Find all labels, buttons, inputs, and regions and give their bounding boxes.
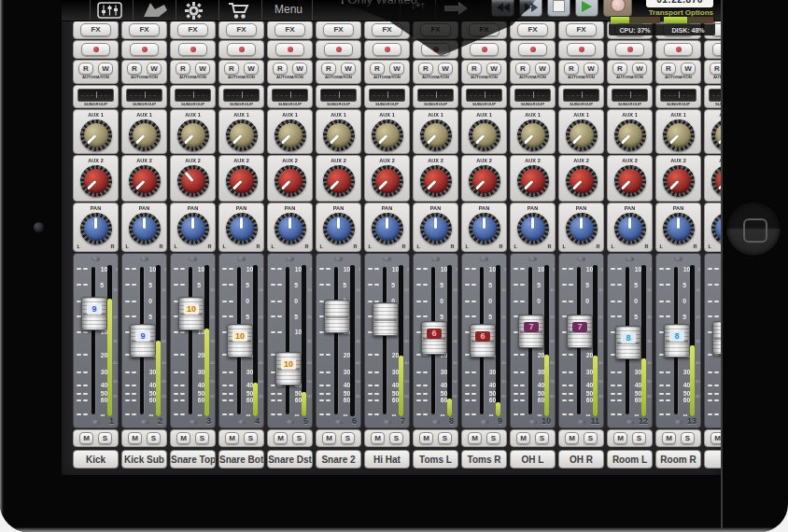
mute-button[interactable]: M — [176, 432, 190, 444]
channel-name[interactable]: Toms R — [461, 450, 507, 469]
record-arm-button[interactable] — [130, 43, 159, 56]
solo-button[interactable]: S — [147, 432, 161, 444]
record-arm-button[interactable] — [518, 43, 547, 56]
fx-button[interactable]: FX — [274, 23, 305, 36]
automation-write-button[interactable]: W — [341, 63, 356, 75]
automation-read-button[interactable]: R — [370, 63, 385, 75]
automation-read-button[interactable]: R — [176, 63, 190, 75]
aux2-knob[interactable] — [711, 165, 722, 197]
automation-write-button[interactable]: W — [147, 63, 162, 75]
aux2-knob[interactable] — [517, 165, 549, 197]
fader-handle[interactable]: 8 — [615, 326, 641, 359]
aux1-knob[interactable] — [177, 119, 209, 151]
channel-name[interactable]: Snare Bot — [218, 450, 264, 469]
aux1-knob[interactable] — [80, 119, 112, 151]
mute-button[interactable]: M — [225, 432, 239, 444]
stop-button[interactable] — [547, 0, 570, 17]
channel-name[interactable]: Kick Sub — [121, 450, 167, 469]
aux2-knob[interactable] — [129, 165, 161, 197]
aux1-knob[interactable] — [711, 119, 722, 151]
fader-handle[interactable]: 6 — [421, 321, 447, 355]
automation-read-button[interactable]: R — [661, 63, 676, 75]
automation-read-button[interactable]: R — [321, 63, 336, 75]
pan-knob[interactable] — [420, 213, 452, 245]
subgroup-display[interactable] — [612, 89, 648, 102]
aux1-knob[interactable] — [129, 119, 161, 151]
subgroup-display[interactable] — [466, 89, 502, 102]
pan-knob[interactable] — [177, 213, 209, 245]
automation-read-button[interactable]: R — [612, 63, 627, 75]
aux2-knob[interactable] — [372, 165, 403, 197]
aux1-knob[interactable] — [372, 119, 403, 151]
subgroup-display[interactable] — [175, 89, 211, 102]
automation-write-button[interactable]: W — [244, 63, 259, 75]
channel-name[interactable]: Snare 2 — [316, 450, 361, 469]
solo-button[interactable]: S — [535, 432, 549, 444]
mute-button[interactable]: M — [662, 432, 676, 444]
automation-read-button[interactable]: R — [418, 63, 433, 75]
mute-button[interactable]: M — [516, 432, 530, 444]
channel-name[interactable]: Toms L — [413, 450, 458, 469]
fx-button[interactable]: FX — [80, 23, 111, 36]
mute-button[interactable]: M — [711, 432, 721, 444]
solo-button[interactable]: S — [486, 432, 500, 444]
solo-button[interactable]: S — [438, 432, 452, 444]
aux2-knob[interactable] — [469, 165, 500, 197]
fx-button[interactable]: FX — [226, 23, 257, 36]
record-button[interactable] — [603, 0, 632, 17]
aux1-knob[interactable] — [517, 119, 549, 151]
pan-knob[interactable] — [517, 213, 549, 245]
fx-button[interactable]: FX — [517, 23, 548, 36]
aux2-knob[interactable] — [80, 165, 112, 197]
pan-knob[interactable] — [226, 213, 258, 245]
record-arm-button[interactable] — [470, 43, 499, 56]
aux1-knob[interactable] — [274, 119, 306, 151]
mute-button[interactable]: M — [79, 432, 93, 444]
gear-icon[interactable] — [185, 2, 203, 20]
solo-button[interactable]: S — [341, 432, 355, 444]
pan-knob[interactable] — [274, 213, 306, 245]
aux1-knob[interactable] — [420, 119, 452, 151]
fader-handle[interactable]: 10 — [275, 352, 302, 385]
pan-knob[interactable] — [566, 213, 598, 245]
automation-read-button[interactable]: R — [127, 63, 142, 75]
channel-name[interactable]: Ba — [704, 450, 721, 469]
automation-write-button[interactable]: W — [389, 63, 404, 75]
pan-knob[interactable] — [372, 213, 403, 245]
automation-read-button[interactable]: R — [467, 63, 482, 75]
fader-handle[interactable]: 7 — [567, 315, 593, 348]
automation-write-button[interactable]: W — [632, 63, 647, 75]
solo-button[interactable]: S — [584, 432, 598, 444]
subgroup-display[interactable] — [660, 89, 697, 102]
fx-button[interactable]: FX — [566, 23, 597, 36]
mute-button[interactable]: M — [322, 432, 336, 444]
subgroup-display[interactable] — [514, 89, 551, 102]
solo-button[interactable]: S — [98, 432, 112, 444]
mute-button[interactable]: M — [613, 432, 627, 444]
aux2-knob[interactable] — [614, 165, 646, 197]
automation-read-button[interactable]: R — [78, 63, 93, 75]
record-arm-button[interactable] — [324, 43, 353, 56]
aux1-knob[interactable] — [226, 119, 258, 151]
fader-handle[interactable]: 6 — [470, 324, 496, 357]
aux1-knob[interactable] — [323, 119, 355, 151]
pan-knob[interactable] — [323, 213, 355, 245]
pan-knob[interactable] — [711, 213, 722, 245]
automation-write-button[interactable]: W — [292, 63, 307, 75]
subgroup-display[interactable] — [77, 89, 114, 102]
aux1-knob[interactable] — [566, 119, 598, 151]
record-arm-button[interactable] — [712, 43, 721, 56]
pan-knob[interactable] — [129, 213, 161, 245]
home-button[interactable] — [725, 201, 781, 257]
channel-name[interactable]: Room R — [655, 450, 701, 469]
aux2-knob[interactable] — [663, 165, 695, 197]
automation-read-button[interactable]: R — [515, 63, 530, 75]
solo-button[interactable]: S — [195, 432, 209, 444]
solo-button[interactable]: S — [632, 432, 646, 444]
fader-handle[interactable]: 8 — [664, 324, 690, 357]
fx-button[interactable]: FX — [129, 23, 160, 36]
automation-write-button[interactable]: W — [98, 63, 113, 75]
fader-handle[interactable]: 10 — [227, 324, 253, 357]
subgroup-display[interactable] — [320, 89, 357, 102]
automation-write-button[interactable]: W — [438, 63, 453, 75]
